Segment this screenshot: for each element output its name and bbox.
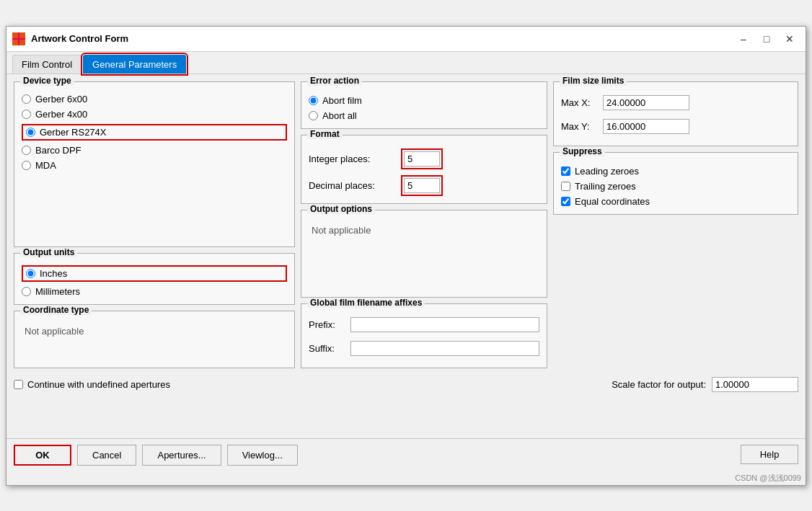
error-abort-film-radio[interactable] [309,96,318,105]
svg-rect-1 [19,32,25,38]
cancel-button[interactable]: Cancel [77,445,136,466]
device-mda-label: MDA [35,160,56,171]
device-gerber6x00[interactable]: Gerber 6x00 [22,94,287,105]
error-action-options: Abort film Abort all [309,95,539,121]
watermark: CSDN @浅浅0099 [6,471,806,485]
output-options-panel: Output options Not applicable [301,210,547,298]
device-type-panel: Device type Gerber 6x00 Gerber 4x00 G [14,81,295,247]
middle-column: Error action Abort film Abort all [301,81,547,368]
decimal-places-input[interactable] [404,178,440,193]
device-gerberRS274X[interactable]: Gerber RS274X [22,124,287,141]
device-gerber6x00-label: Gerber 6x00 [35,94,87,105]
output-units-panel: Output units Inches Millimeters [14,253,295,305]
content-row-1: Device type Gerber 6x00 Gerber 4x00 G [14,81,798,368]
continue-undefined-check[interactable] [14,380,23,389]
unit-millimeters-label: Millimeters [35,286,80,297]
device-type-legend: Device type [20,76,74,86]
decimal-places-row: Decimal places: [309,175,539,196]
format-fields: Integer places: Decimal places: [309,148,539,196]
viewlog-button[interactable]: Viewlog... [227,445,298,466]
left-column: Device type Gerber 6x00 Gerber 4x00 G [14,81,295,368]
coordinate-type-panel: Coordinate type Not applicable [14,311,295,368]
bottom-controls: Continue with undefined apertures Scale … [14,374,798,395]
device-barco[interactable]: Barco DPF [22,145,287,156]
unit-millimeters[interactable]: Millimeters [22,286,287,297]
prefix-row: Prefix: [309,317,539,332]
svg-rect-2 [12,40,18,45]
ok-button[interactable]: OK [14,445,71,466]
app-icon [12,32,25,45]
device-gerber4x00[interactable]: Gerber 4x00 [22,109,287,120]
max-y-row: Max Y: [561,119,790,134]
device-mda[interactable]: MDA [22,160,287,171]
window-title: Artwork Control Form [31,33,128,44]
device-gerber6x00-radio[interactable] [22,94,31,104]
decimal-places-label: Decimal places: [309,180,395,191]
global-film-legend: Global film filename affixes [307,298,425,308]
output-options-value: Not applicable [309,218,539,236]
error-abort-film[interactable]: Abort film [309,95,539,106]
integer-places-row: Integer places: [309,148,539,169]
max-x-input[interactable] [603,95,689,110]
suppress-leading-zeroes[interactable]: Leading zeroes [561,166,790,177]
tab-film-control[interactable]: Film Control [12,55,81,74]
close-button[interactable]: ✕ [780,31,800,47]
prefix-label: Prefix: [309,319,345,330]
device-mda-radio[interactable] [22,161,31,170]
tab-bar: Film Control General Parameters [6,52,806,74]
integer-places-input[interactable] [404,151,440,166]
left-buttons: OK Cancel Apertures... Viewlog... [14,445,298,466]
error-action-legend: Error action [307,76,362,86]
maximize-button[interactable]: □ [756,31,777,47]
scale-input[interactable] [712,377,798,392]
device-gerberRS274X-radio[interactable] [26,128,35,137]
unit-inches-radio[interactable] [26,269,35,278]
continue-undefined-label: Continue with undefined apertures [27,379,170,390]
suppress-equal-coordinates-label: Equal coordinates [575,196,650,207]
device-barco-radio[interactable] [22,146,31,155]
error-abort-all-radio[interactable] [309,111,318,120]
apertures-button[interactable]: Apertures... [142,445,221,466]
output-units-legend: Output units [20,247,77,257]
coordinate-type-value: Not applicable [22,319,287,337]
suppress-leading-zeroes-check[interactable] [561,166,570,176]
max-x-label: Max X: [561,97,597,108]
continue-undefined[interactable]: Continue with undefined apertures [14,379,170,390]
suffix-label: Suffix: [309,343,345,354]
coordinate-type-legend: Coordinate type [20,305,92,315]
suppress-trailing-zeroes-check[interactable] [561,182,570,191]
suppress-options: Leading zeroes Trailing zeroes Equal coo… [561,166,790,207]
suppress-equal-coordinates-check[interactable] [561,197,570,206]
spacer [6,402,806,438]
tab-general-parameters[interactable]: General Parameters [83,55,186,74]
right-column: Film size limits Max X: Max Y: [553,81,798,368]
global-film-panel: Global film filename affixes Prefix: Suf… [301,303,547,368]
output-units-options: Inches Millimeters [22,265,287,297]
svg-rect-0 [12,32,18,38]
film-size-limits-panel: Film size limits Max X: Max Y: [553,81,798,146]
device-gerberRS274X-label: Gerber RS274X [40,127,107,138]
scale-label: Scale factor for output: [612,379,706,390]
error-abort-all[interactable]: Abort all [309,110,539,121]
suffix-row: Suffix: [309,341,539,356]
max-y-label: Max Y: [561,121,597,132]
suppress-legend: Suppress [560,146,605,156]
device-gerber4x00-label: Gerber 4x00 [35,109,87,120]
suppress-trailing-zeroes[interactable]: Trailing zeroes [561,181,790,192]
error-action-panel: Error action Abort film Abort all [301,81,547,129]
unit-millimeters-radio[interactable] [22,287,31,296]
suppress-trailing-zeroes-label: Trailing zeroes [575,181,636,192]
window-controls: – □ ✕ [733,31,800,47]
suppress-equal-coordinates[interactable]: Equal coordinates [561,196,790,207]
suffix-input[interactable] [350,341,539,356]
minimize-button[interactable]: – [733,31,754,47]
max-y-input[interactable] [603,119,689,134]
device-gerber4x00-radio[interactable] [22,110,31,119]
svg-rect-3 [19,40,25,45]
unit-inches-label: Inches [40,268,67,279]
prefix-input[interactable] [350,317,539,332]
unit-inches[interactable]: Inches [22,265,287,282]
suppress-panel: Suppress Leading zeroes Trailing zeroes [553,152,798,215]
title-bar: Artwork Control Form – □ ✕ [6,27,806,52]
help-button[interactable]: Help [741,445,798,464]
